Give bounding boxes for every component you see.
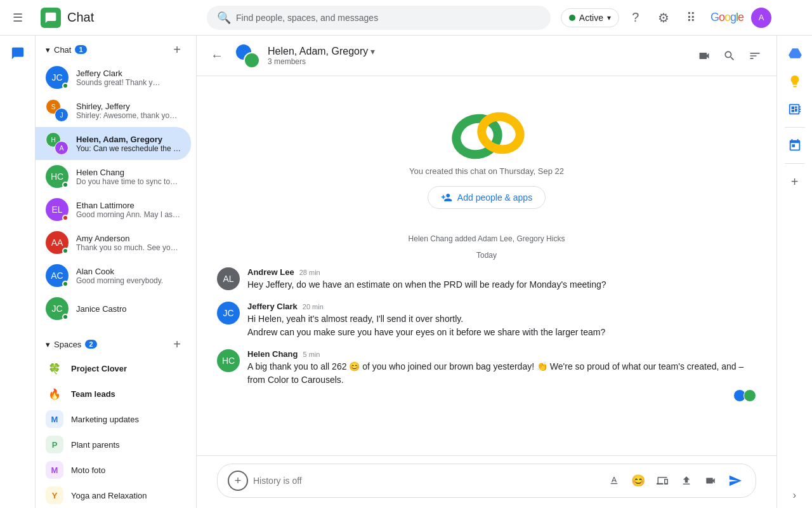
helen-chang-info: Helen Chang Do you have time to sync tom… [76, 168, 181, 186]
project-clover-icon: 🍀 [46, 359, 63, 377]
space-team-leads[interactable]: 🔥 Team leads [36, 381, 196, 406]
space-moto[interactable]: M Moto foto [36, 457, 196, 483]
help-button[interactable]: ? [624, 6, 647, 29]
shirley-name: Shirley, Jeffery [76, 102, 181, 111]
text-format-button[interactable] [605, 471, 624, 490]
google-calendar-button[interactable] [782, 133, 808, 158]
add-apps-button[interactable]: + [782, 169, 808, 194]
reactions-row [247, 389, 756, 402]
yoga-icon: Y [46, 486, 63, 504]
helen-group-name: Helen, Adam, Gregory [76, 135, 181, 144]
hamburger-menu[interactable]: ☰ [6, 6, 29, 29]
google-tasks-button[interactable] [782, 97, 808, 122]
expand-sidebar-button[interactable] [743, 44, 766, 67]
spaces-section-label: Spaces [54, 340, 81, 349]
chat-item-helen-chang[interactable]: HC Helen Chang Do you have time to sync … [36, 160, 191, 193]
search-icon: 🔍 [217, 11, 231, 25]
alan-preview: Good morning everybody. [76, 276, 181, 285]
helen-group-preview: You: Can we reschedule the meeting for..… [76, 144, 181, 153]
apps-button[interactable]: ⠿ [680, 6, 703, 29]
helen-chang-avatar-wrapper: HC [46, 165, 69, 188]
active-label: Active [579, 13, 603, 23]
andrew-time: 28 min [299, 269, 320, 276]
chat-title-chevron[interactable]: ▾ [370, 46, 375, 57]
day-label: Today [217, 251, 756, 260]
active-dot-indicator [569, 15, 575, 21]
attachment-button[interactable] [653, 471, 672, 490]
reaction-avatar-2 [743, 389, 756, 402]
search-in-chat-button[interactable] [718, 44, 741, 67]
andrew-message-header: Andrew Lee 28 min [247, 267, 756, 277]
moto-icon: M [46, 461, 63, 479]
upload-button[interactable] [677, 471, 696, 490]
andrew-message-text: Hey Jeffery, do we have an estimate on w… [247, 278, 756, 291]
space-project-clover[interactable]: 🍀 Project Clover [36, 356, 196, 381]
video-call-button[interactable] [693, 44, 716, 67]
jeffery-message-content: Jeffery Clark 20 min Hi Helen, yeah it's… [247, 302, 756, 339]
helen-group-avatar: H A [46, 132, 69, 155]
app-logo [41, 8, 61, 28]
google-keep-button[interactable] [782, 69, 808, 94]
amy-status [62, 248, 69, 254]
space-marketing[interactable]: M Marketing updates [36, 406, 196, 432]
helen-chang-preview: Do you have time to sync tomorrow mori..… [76, 177, 181, 186]
new-chat-button[interactable]: + [168, 41, 186, 58]
search-bar[interactable]: 🔍 [207, 6, 551, 30]
jeffery-msg-time: 20 min [303, 303, 324, 311]
jeffery-info: Jeffery Clark Sounds great! Thank you so… [76, 69, 162, 87]
section-chevron-chat: ▾ [46, 45, 50, 55]
right-rail: + › [776, 36, 812, 508]
team-leads-name: Team leads [71, 389, 115, 399]
chat-item-helen-group[interactable]: H A Helen, Adam, Gregory You: Can we res… [36, 127, 191, 160]
chat-item-janice[interactable]: JC Janice Castro [36, 292, 191, 325]
helen-message-content: Helen Chang 5 min A big thank you to all… [247, 349, 756, 402]
main-chat-area: ← Helen, Adam, Gregory ▾ 3 members [197, 36, 776, 508]
send-button[interactable] [725, 471, 745, 491]
spaces-badge: 2 [85, 340, 96, 349]
chat-section-header[interactable]: ▾ Chat 1 + [36, 36, 196, 61]
video-message-button[interactable] [701, 471, 720, 490]
chat-item-amy[interactable]: AA Amy Anderson Thank you so much. See y… [36, 226, 191, 259]
chat-creation-info: You created this chat on Thursday, Sep 2… [217, 86, 756, 219]
jeffery-msg-avatar: JC [217, 302, 240, 324]
ethan-avatar-wrapper: EL [46, 198, 69, 221]
janice-avatar-wrapper: JC [46, 297, 69, 320]
chat-members-count: 3 members [268, 57, 375, 66]
google-drive-button[interactable] [782, 41, 808, 66]
user-avatar[interactable]: A [751, 8, 771, 28]
back-button[interactable]: ← [207, 46, 227, 66]
chat-item-alan[interactable]: AC Alan Cook Good morning everybody. [36, 259, 191, 292]
space-plant[interactable]: P Plant parents [36, 432, 196, 457]
space-yoga[interactable]: Y Yoga and Relaxation [36, 483, 196, 508]
helen-chang-status [62, 182, 69, 188]
chat-item-ethan[interactable]: EL Ethan Lattimore Good morning Ann. May… [36, 193, 191, 226]
chat-header-info: Helen, Adam, Gregory ▾ 3 members [268, 46, 375, 66]
emoji-button[interactable]: 😊 [629, 471, 648, 490]
search-input[interactable] [236, 13, 540, 23]
messages-area[interactable]: You created this chat on Thursday, Sep 2… [197, 76, 776, 455]
google-logo: Google [710, 11, 743, 24]
plant-icon: P [46, 436, 63, 453]
helen-message-header: Helen Chang 5 min [247, 349, 756, 359]
message-input-wrapper: + 😊 [217, 464, 756, 498]
active-status-button[interactable]: Active ▾ [561, 8, 619, 27]
section-chevron-spaces: ▾ [46, 340, 50, 349]
settings-button[interactable]: ⚙ [652, 6, 675, 29]
jeffery-preview: Sounds great! Thank you so much Ann! [76, 78, 162, 87]
spaces-section-header[interactable]: ▾ Spaces 2 + [36, 330, 196, 356]
chat-item-shirley[interactable]: S J Shirley, Jeffery Shirley: Awesome, t… [36, 94, 191, 127]
alan-status [62, 281, 69, 287]
message-input[interactable] [253, 476, 599, 486]
rail-chat-icon[interactable] [5, 41, 30, 66]
new-space-button[interactable]: + [168, 335, 186, 353]
add-content-button[interactable]: + [228, 471, 248, 491]
chat-item-jeffery[interactable]: JC Jeffery Clark Sounds great! Thank you… [36, 61, 191, 94]
chat-header-actions [693, 44, 766, 67]
chat-icon-graphic [449, 102, 525, 159]
chat-header: ← Helen, Adam, Gregory ▾ 3 members [197, 36, 776, 76]
group-chat-header-avatar [235, 43, 260, 69]
expand-right-button[interactable]: › [782, 483, 808, 508]
right-rail-divider2 [785, 163, 805, 164]
add-people-button[interactable]: Add people & apps [428, 186, 546, 209]
reaction-avatars [736, 389, 756, 402]
